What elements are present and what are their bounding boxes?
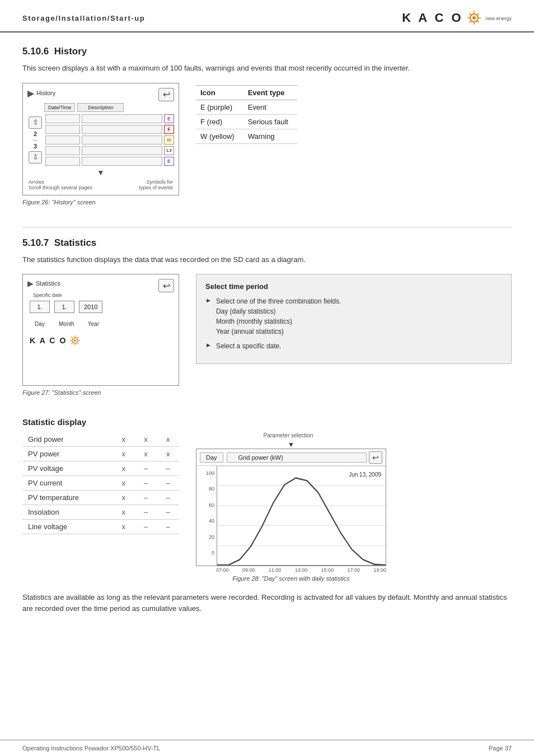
statistics-figure-row: ▶ Statistics ↩ Specific date 1. 1. 2010 … — [22, 274, 512, 407]
history-back-button[interactable]: ↩ — [158, 88, 174, 101]
stats-year-field[interactable]: 2010 — [79, 301, 102, 313]
stat-label-pv-power: PV power — [22, 447, 113, 461]
history-badge-e2: E — [164, 157, 174, 166]
tp-text-2: Select a specific date. — [216, 341, 282, 351]
statistics-figure-caption: Figure 27: "Statistics" screen — [22, 389, 101, 396]
history-page-num: 2 — 3 — [33, 130, 38, 150]
history-desc-3 — [82, 136, 162, 144]
stat-row-insolation: Insolation x – – — [22, 505, 179, 520]
event-type-w: Warning — [243, 129, 297, 143]
tp-text-1: Select one of the three combination fiel… — [216, 296, 341, 337]
statistics-description: The statistics function displays the dat… — [22, 254, 512, 265]
history-date-1 — [45, 114, 80, 123]
x-label-0900: 09:00 — [242, 567, 255, 573]
event-row-e: E (purple) Event — [196, 100, 297, 114]
stats-kaco-logo: K A C O — [30, 335, 174, 346]
stat-pvt-c3: – — [157, 491, 179, 505]
page-content: 5.10.6 History This screen displays a li… — [0, 32, 534, 645]
event-row-f: F (red) Serious fault — [196, 114, 297, 129]
statistics-screen-icon: ▶ — [27, 279, 34, 288]
statistics-screen-mock: ▶ Statistics ↩ Specific date 1. 1. 2010 … — [22, 274, 179, 386]
x-label-1100: 11:00 — [269, 567, 282, 573]
event-table-icon-header: Icon — [196, 85, 243, 100]
history-data-row-5: E — [45, 157, 174, 166]
stat-pvt-c1: x — [113, 491, 135, 505]
x-label-1500: 15:00 — [321, 567, 334, 573]
y-label-40: 40 — [209, 518, 214, 524]
svg-point-1 — [472, 16, 476, 20]
history-annotation-left: ArrowsScroll through several pages — [29, 179, 92, 190]
stats-month-label: Month — [54, 321, 79, 327]
stat-label-pv-temp: PV temperature — [22, 491, 113, 505]
stat-label-grid-power: Grid power — [22, 432, 113, 447]
stats-kaco-sun-icon — [69, 335, 81, 346]
y-label-100: 100 — [206, 470, 214, 476]
chart-body: 100 80 60 40 20 0 — [196, 466, 386, 566]
history-desc-5 — [82, 157, 162, 166]
header-title: Storage/Installation/Start-up — [22, 14, 145, 22]
stats-month-field[interactable]: 1. — [54, 301, 74, 313]
footer-right: Page 37 — [489, 745, 512, 752]
time-period-box: Select time period ► Select one of the t… — [196, 274, 512, 364]
kaco-new-energy: new energy — [485, 16, 512, 21]
stat-gp-c3: x — [157, 432, 179, 447]
history-data-row-2: F — [45, 125, 174, 134]
event-icon-f: F (red) — [196, 114, 243, 129]
history-figure-caption: Figure 26: "History" screen — [22, 199, 96, 206]
statistics-screen-title: Statistics — [36, 280, 60, 287]
stats-kaco-text: K A C O — [30, 336, 67, 345]
stats-year-label: Year — [83, 321, 104, 327]
stat-display-row: Grid power x x x PV power x x x PV volta… — [22, 432, 512, 582]
history-rows-area: E F W — [45, 114, 174, 166]
stat-gp-c2: x — [135, 432, 157, 447]
day-chart-container: Day Grid power (kW) ↩ 100 80 60 40 20 0 — [196, 449, 386, 566]
stats-label-row: Day Month Year — [30, 321, 174, 327]
stats-day-field[interactable]: 1. — [30, 301, 50, 313]
param-selection-label: Parameter selection — [264, 432, 313, 438]
x-label-1900: 19:00 — [373, 567, 386, 573]
footer-paragraph: Statistics are available as long as the … — [22, 592, 512, 614]
stats-day-label: Day — [30, 321, 50, 327]
x-label-0700: 07:00 — [216, 567, 229, 573]
page-footer: Operating Instructions Powador XP500/550… — [0, 740, 534, 756]
svg-line-9 — [470, 21, 471, 23]
chart-day-button[interactable]: Day — [200, 452, 223, 463]
chart-plot: Jun 13, 2009 — [217, 466, 386, 566]
history-badge-w: W — [164, 136, 174, 144]
fig28-caption: Figure 28: "Day" screen with daily stati… — [196, 575, 386, 582]
history-up-arrow[interactable]: ⇧ — [29, 116, 42, 129]
history-desc-4 — [82, 146, 162, 155]
chart-back-button[interactable]: ↩ — [369, 451, 382, 464]
statistics-back-button[interactable]: ↩ — [158, 279, 174, 292]
stat-pvc-c3: – — [157, 476, 179, 491]
param-arrow-down-icon: ▼ — [288, 441, 294, 449]
svg-line-18 — [77, 337, 78, 338]
statistic-table: Grid power x x x PV power x x x PV volta… — [22, 432, 179, 534]
history-data-row-4: L3 — [45, 146, 174, 155]
history-bottom-arrow-icon: ▼ — [97, 168, 105, 177]
tp-arrow-2-icon: ► — [205, 342, 212, 348]
stat-lv-c3: – — [157, 520, 179, 534]
chart-y-axis: 100 80 60 40 20 0 — [196, 466, 217, 566]
history-desc-2 — [82, 125, 162, 134]
svg-line-17 — [77, 343, 78, 344]
svg-point-11 — [74, 339, 76, 342]
stat-label-insolation: Insolation — [22, 505, 113, 520]
stat-pvv-c1: x — [113, 461, 135, 476]
stat-pvt-c2: – — [135, 491, 157, 505]
stat-row-line-voltage: Line voltage x – – — [22, 520, 179, 534]
stat-row-pv-voltage: PV voltage x – – — [22, 461, 179, 476]
chart-curve — [217, 466, 386, 565]
history-down-arrow[interactable]: ⇩ — [29, 151, 42, 164]
event-table-type-header: Event type — [243, 85, 297, 100]
chart-grid-power-button[interactable]: Grid power (kW) — [227, 452, 367, 463]
chart-top-bar: Day Grid power (kW) ↩ — [196, 449, 386, 466]
y-label-0: 0 — [212, 550, 214, 556]
y-label-60: 60 — [209, 502, 214, 508]
history-figure-row: ▶ History ↩ Date/Time Description ⇧ 2 — — [22, 83, 512, 217]
stat-lv-c2: – — [135, 520, 157, 534]
history-badge-l3: L3 — [164, 146, 174, 155]
stat-pvc-c1: x — [113, 476, 135, 491]
tp-arrow-1-icon: ► — [205, 297, 212, 304]
footer-left: Operating Instructions Powador XP500/550… — [22, 745, 160, 752]
